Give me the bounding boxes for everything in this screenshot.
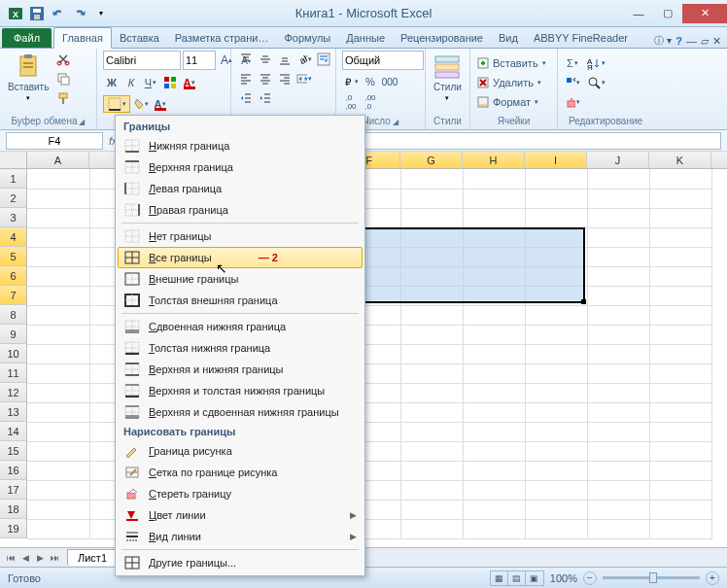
menu-item-topthickbot[interactable]: Верхняя и толстая нижняя границы [118,380,363,401]
zoom-out-button[interactable]: − [583,571,597,585]
row-header[interactable]: 13 [0,402,27,422]
menu-item-all[interactable]: Все границы— 2 [118,247,363,268]
help-icon[interactable]: ? [675,35,682,47]
fill-icon[interactable]: ▾ [564,74,581,91]
menu-item-outside[interactable]: Внешние границы [118,268,363,290]
zoom-in-button[interactable]: + [706,571,719,585]
row-header[interactable]: 19 [0,519,27,538]
col-header[interactable]: A [27,152,89,168]
row-header[interactable]: 3 [0,208,27,227]
align-left-icon[interactable] [237,70,255,87]
font-color-button-2[interactable]: A▾ [152,95,169,113]
menu-item-style[interactable]: Вид линии▶ [118,526,363,547]
tab-review[interactable]: Рецензирование [393,28,491,48]
wrap-text-icon[interactable] [315,51,332,68]
select-all-corner[interactable] [0,152,27,168]
decrease-indent-icon[interactable] [237,89,255,107]
copy-icon[interactable] [54,70,72,87]
name-box[interactable]: F4 [6,132,103,150]
align-center-icon[interactable] [257,70,274,87]
increase-indent-icon[interactable] [257,89,274,107]
find-select-icon[interactable]: ▾ [583,74,608,91]
paste-button[interactable]: Вставить ▾ [6,51,51,104]
currency-icon[interactable]: ₽▾ [342,73,360,90]
increase-decimal-icon[interactable]: ,0,00 [342,93,360,111]
decrease-decimal-icon[interactable]: ,00,0 [362,93,379,111]
merge-cells-icon[interactable]: ▾ [295,70,313,87]
tab-formulas[interactable]: Формулы [276,28,338,48]
borders-button[interactable]: ▾ [103,95,130,113]
font-size-select[interactable] [183,51,216,70]
qat-customize-icon[interactable]: ▾ [91,4,111,23]
sheet-tab-active[interactable]: Лист1 [67,549,118,566]
menu-item-erase[interactable]: Стереть границу [118,483,363,504]
number-format-select[interactable] [342,51,424,70]
row-header[interactable]: 4 [0,227,27,247]
menu-item-top[interactable]: Верхняя граница [118,156,363,178]
menu-item-bottom[interactable]: Нижняя граница [118,135,363,156]
menu-item-topdblbot[interactable]: Верхняя и сдвоенная нижняя границы [118,401,363,423]
minimize-ribbon-icon[interactable]: ⓘ ▾ [654,34,672,48]
align-bottom-icon[interactable] [276,51,294,68]
sort-filter-icon[interactable]: AЯ▾ [583,54,608,72]
doc-close-icon[interactable]: ✕ [712,35,721,48]
align-top-icon[interactable] [237,51,255,68]
insert-cells-button[interactable]: Вставить▾ [476,54,546,72]
bold-button[interactable]: Ж [103,74,121,91]
row-header[interactable]: 17 [0,480,27,500]
menu-item-dblbot[interactable]: Сдвоенная нижняя граница [118,316,363,337]
maximize-button[interactable]: ▢ [653,4,682,23]
menu-item-right[interactable]: Правая граница [118,199,363,221]
save-icon[interactable] [27,4,47,23]
styles-button[interactable]: Стили ▾ [432,51,464,104]
close-button[interactable]: ✕ [682,4,727,23]
format-painter-icon[interactable] [54,89,72,107]
underline-button[interactable]: Ч▾ [142,74,159,91]
comma-icon[interactable]: 000 [381,73,398,90]
menu-item-thick[interactable]: Толстая внешняя граница [118,290,363,311]
row-header[interactable]: 12 [0,383,27,402]
fill-handle[interactable] [581,299,586,304]
row-header[interactable]: 16 [0,461,27,480]
col-header[interactable]: G [400,152,463,168]
tab-data[interactable]: Данные [338,28,393,48]
col-header[interactable]: I [525,152,587,168]
col-header[interactable]: K [649,152,711,168]
italic-button[interactable]: К [122,74,140,91]
menu-item-more-borders[interactable]: Другие границы... [118,552,363,573]
menu-item-none[interactable]: Нет границы [118,225,363,247]
undo-icon[interactable] [49,4,68,23]
view-buttons[interactable]: ▦▤▣ [490,571,544,586]
row-header[interactable]: 9 [0,325,27,344]
row-header[interactable]: 11 [0,363,27,383]
menu-item-drawgrid[interactable]: Сетка по границе рисунка [118,462,363,483]
autosum-icon[interactable]: Σ▾ [564,54,581,72]
doc-restore-icon[interactable]: ▱ [701,35,709,48]
align-right-icon[interactable] [276,70,294,87]
excel-icon[interactable]: X [6,4,25,23]
tab-insert[interactable]: Вставка [112,28,167,48]
fill-color-button[interactable]: ▾ [132,95,150,113]
align-middle-icon[interactable] [257,51,274,68]
col-header[interactable]: J [587,152,649,168]
row-header[interactable]: 10 [0,344,27,363]
sheet-nav[interactable]: ⏮◀▶⏭ [0,553,65,563]
row-header[interactable]: 5 [0,247,27,266]
delete-cells-button[interactable]: Удалить▾ [476,74,541,91]
col-header[interactable]: H [463,152,525,168]
orientation-icon[interactable]: ab▾ [295,51,313,68]
percent-icon[interactable]: % [362,73,379,90]
zoom-slider[interactable] [603,576,700,579]
row-header[interactable]: 7 [0,286,27,305]
row-header[interactable]: 6 [0,266,27,286]
minimize-button[interactable]: — [624,4,653,23]
tab-abbyy[interactable]: ABBYY FineReader [526,28,636,48]
menu-item-thickbot[interactable]: Толстая нижняя граница [118,337,363,359]
format-cells-button[interactable]: Формат▾ [476,93,538,111]
row-header[interactable]: 1 [0,169,27,189]
tab-view[interactable]: Вид [491,28,526,48]
row-header[interactable]: 14 [0,422,27,441]
doc-minimize-icon[interactable]: — [686,35,697,47]
redo-icon[interactable] [70,4,89,23]
number-launcher-icon[interactable]: ◢ [393,118,398,126]
